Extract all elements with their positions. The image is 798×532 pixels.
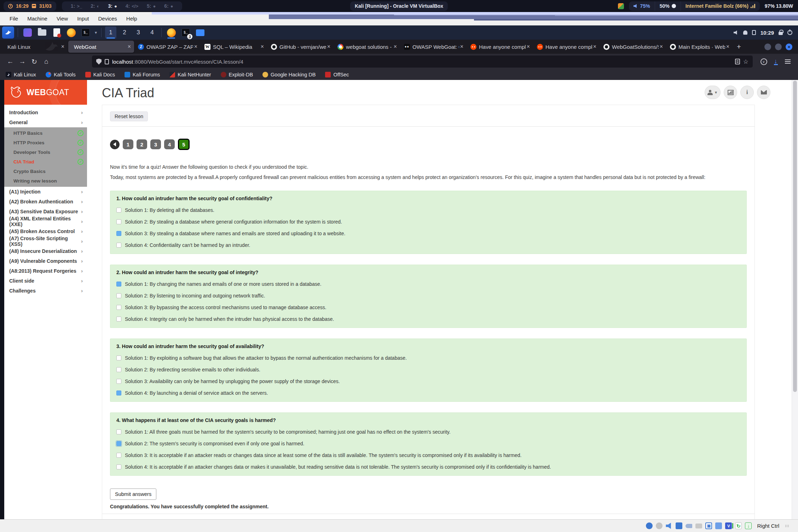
page-button-3[interactable]: 3 xyxy=(150,139,161,149)
sidebar-item-a8-insecure-deserialization[interactable]: (A8) Insecure Deserialization› xyxy=(4,246,87,256)
host-workspace-4[interactable]: 4:</> xyxy=(121,3,143,9)
brightness-widget[interactable]: 50% xyxy=(655,1,681,11)
clipboard-icon[interactable] xyxy=(752,30,756,35)
back-button[interactable]: ← xyxy=(4,56,16,68)
sidebar-item-a2-broken-authentication[interactable]: (A2) Broken Authentication› xyxy=(4,197,87,207)
scoreboard-button[interactable] xyxy=(724,86,737,99)
power-icon[interactable] xyxy=(787,30,792,35)
sidebar-item-crypto-basics[interactable]: Crypto Basics✓ xyxy=(4,167,87,176)
tab-google-search[interactable]: webgoat solutions -× xyxy=(334,41,400,53)
tab-close-icon[interactable]: × xyxy=(460,44,463,50)
checkbox[interactable] xyxy=(116,305,121,310)
checkbox[interactable] xyxy=(116,355,121,360)
drag-drop-icon[interactable]: ↓ xyxy=(745,522,752,529)
page-button-5[interactable]: 5 xyxy=(178,139,190,150)
taskbar-terminal-running[interactable]: $_3 xyxy=(180,27,192,39)
kali-workspace-3[interactable]: 3 xyxy=(133,27,144,39)
tab-reddit-2[interactable]: Have anyone comple× xyxy=(534,41,600,53)
checkbox[interactable] xyxy=(116,219,121,224)
sidebar-item-writing-new-lesson[interactable]: Writing new lesson✓ xyxy=(4,176,87,186)
host-workspace-5[interactable]: 5:● xyxy=(143,3,160,9)
quiz-option[interactable]: Solution 4: Confidentiality can't be har… xyxy=(116,242,740,248)
quiz-option[interactable]: Solution 2: By listening to incoming and… xyxy=(116,293,740,299)
tab-close-icon[interactable]: × xyxy=(593,44,596,50)
quiz-option[interactable]: Solution 3: By bypassing the access cont… xyxy=(116,305,740,310)
sidebar-item-a3-sensitive-data-exposure[interactable]: (A3) Sensitive Data Exposure› xyxy=(4,207,87,216)
close-window-button[interactable]: × xyxy=(786,44,792,50)
tab-owasp-zap[interactable]: Z OWASP ZAP – ZAP i× xyxy=(135,41,201,53)
quiz-option[interactable]: Solution 1: By changing the names and em… xyxy=(116,281,740,287)
tab-kali-linux[interactable]: Kali Linux× xyxy=(2,41,68,53)
quiz-option[interactable]: Solution 4: It is acceptable if an attac… xyxy=(116,464,740,470)
home-button[interactable]: ⌂ xyxy=(40,56,52,68)
menu-devices[interactable]: Devices xyxy=(94,12,122,25)
about-button[interactable]: i xyxy=(740,86,754,99)
tab-close-icon[interactable]: × xyxy=(261,44,264,50)
quiz-option[interactable]: Solution 1: By deleting all the database… xyxy=(116,207,740,213)
maximize-button[interactable] xyxy=(775,44,782,50)
sidebar-item-a5-broken-access-control[interactable]: (A5) Broken Access Control› xyxy=(4,226,87,236)
sidebar-item-developer-tools[interactable]: Developer Tools✓ xyxy=(4,148,87,157)
kali-workspace-1[interactable]: 1 xyxy=(105,27,116,39)
quiz-option[interactable]: Solution 1: By exploiting a software bug… xyxy=(116,355,740,361)
bookmark-kali-linux[interactable]: Kali Linux xyxy=(6,72,36,77)
page-button-1[interactable]: 1 xyxy=(123,139,133,149)
tab-webgoat-solutions[interactable]: WebGoatSolutions/S× xyxy=(600,41,666,53)
sidebar-item-introduction[interactable]: Introduction› xyxy=(4,108,87,117)
hdd-icon[interactable] xyxy=(646,522,653,529)
keyboard-layout-icon[interactable] xyxy=(618,3,624,9)
kali-clock[interactable]: 10:29 xyxy=(761,30,774,36)
quiz-option[interactable]: Solution 2: The system's security is com… xyxy=(116,441,740,446)
tracking-protection-shield-icon[interactable] xyxy=(96,59,102,65)
audio-icon[interactable] xyxy=(666,522,672,529)
menu-help[interactable]: Help xyxy=(122,12,142,25)
bookmark-kali-forums[interactable]: Kali Forums xyxy=(125,72,160,77)
tab-webgoat[interactable]: WebGoat× xyxy=(68,41,134,53)
checkbox[interactable] xyxy=(116,441,121,446)
tab-close-icon[interactable]: × xyxy=(128,44,131,50)
checkbox[interactable] xyxy=(116,208,121,213)
tab-close-icon[interactable]: × xyxy=(726,44,729,50)
tab-reddit-1[interactable]: Have anyone comple× xyxy=(467,41,533,53)
bookmark-kali-tools[interactable]: Kali Tools xyxy=(46,72,76,77)
host-workspace-3[interactable]: 3:● xyxy=(104,3,121,9)
checkbox[interactable] xyxy=(116,367,121,372)
menu-file[interactable]: File xyxy=(5,12,23,25)
quiz-option[interactable]: Solution 4: By launching a denial of ser… xyxy=(116,390,740,396)
host-workspace-2[interactable]: 2:◐ xyxy=(86,3,104,9)
network-widget[interactable]: Internet Familie Bolz (66%) xyxy=(681,1,760,11)
chevron-down-icon[interactable]: ▾ xyxy=(94,30,98,35)
tab-sql-wikipedia[interactable]: W SQL – Wikipedia× xyxy=(201,41,267,53)
app-launcher-files[interactable] xyxy=(36,27,48,39)
notifications-icon[interactable] xyxy=(743,30,747,35)
reload-button[interactable]: ↻ xyxy=(28,56,40,68)
page-scrollbar[interactable] xyxy=(792,80,798,519)
app-launcher-firefox[interactable] xyxy=(65,27,77,39)
menu-view[interactable]: View xyxy=(52,12,73,25)
tab-github-vernjan[interactable]: GitHub - vernjan/we× xyxy=(268,41,334,53)
sidebar-item-client-side[interactable]: Client side› xyxy=(4,276,87,286)
checkbox[interactable] xyxy=(116,282,121,287)
tab-owasp-webgoat-video[interactable]: ●● OWASP WebGoat: G× xyxy=(401,41,467,53)
sidebar-item-a8-2013-request-forgeries[interactable]: (A8:2013) Request Forgeries› xyxy=(4,266,87,276)
kali-menu-button[interactable] xyxy=(2,27,14,39)
tab-close-icon[interactable]: × xyxy=(327,44,330,50)
page-button-4[interactable]: 4 xyxy=(164,139,175,149)
forward-button[interactable]: → xyxy=(16,56,28,68)
checkbox[interactable] xyxy=(116,243,121,248)
quiz-option[interactable]: Solution 3: By stealing a database where… xyxy=(116,231,740,236)
usb-icon[interactable] xyxy=(686,524,692,528)
app-launcher-window[interactable] xyxy=(22,27,34,39)
kali-workspace-2[interactable]: 2 xyxy=(119,27,130,39)
bookmark-offsec[interactable]: OffSec xyxy=(325,72,349,77)
taskbar-files-running[interactable] xyxy=(194,27,206,39)
url-bar[interactable]: localhost :8080/WebGoat/start.mvc#lesson… xyxy=(92,56,753,68)
checkbox[interactable] xyxy=(116,429,121,434)
volume-widget[interactable]: 75% xyxy=(629,1,655,11)
resize-grip[interactable] xyxy=(785,525,789,527)
optical-disk-icon[interactable] xyxy=(656,522,663,529)
shared-folders-icon[interactable] xyxy=(695,524,702,528)
sidebar-item-a1-injection[interactable]: (A1) Injection› xyxy=(4,187,87,197)
page-info-icon[interactable] xyxy=(105,59,109,64)
quiz-option[interactable]: Solution 3: It is acceptable if an attac… xyxy=(116,452,740,458)
